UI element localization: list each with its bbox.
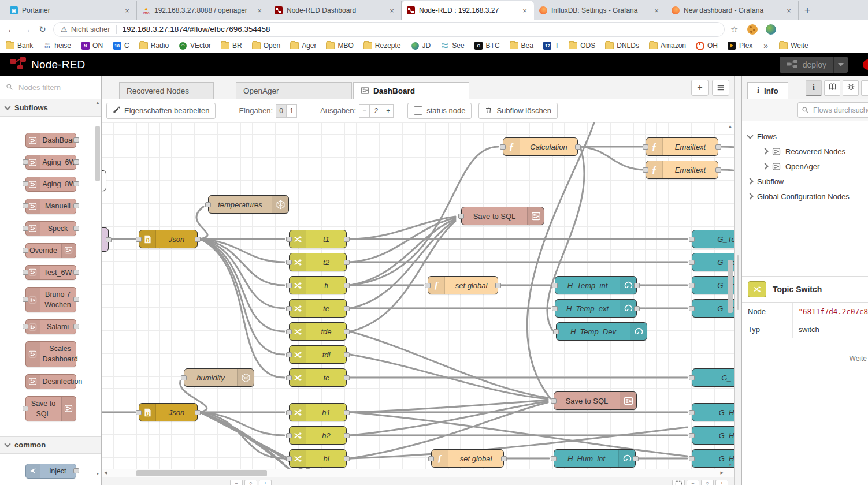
flow-tab-dashboard[interactable]: DashBoard — [353, 82, 469, 99]
output-port[interactable] — [633, 456, 639, 461]
palette-search[interactable] — [0, 76, 101, 99]
chevron-right-icon[interactable] — [747, 193, 753, 199]
palette-node-save-to-sql[interactable]: Save to SQL — [25, 396, 76, 421]
input-port[interactable] — [23, 324, 28, 329]
input-port[interactable] — [286, 260, 292, 265]
close-tab-icon[interactable]: × — [652, 6, 661, 15]
wire[interactable] — [350, 427, 687, 458]
palette-node-salami[interactable]: Salami — [25, 319, 76, 334]
output-port[interactable] — [715, 167, 721, 173]
flow-node-save-to-sql[interactable]: Save to SQL — [554, 391, 637, 410]
tree-item-flows[interactable]: Flows — [742, 129, 868, 144]
palette-node-dashboard[interactable]: DashBoard — [25, 133, 76, 148]
sidebar-resize-handle[interactable] — [734, 76, 742, 485]
flow-node-set-global[interactable]: ƒset global — [428, 276, 498, 294]
footer-zoom-in-button[interactable]: + — [715, 480, 728, 485]
output-port[interactable] — [344, 283, 350, 288]
flow-node-humidity[interactable]: humidity — [184, 368, 254, 387]
flow-node-t1[interactable]: t1 — [289, 230, 347, 248]
tree-item-global-configuration-nodes[interactable]: Global Configuration Nodes — [742, 189, 868, 204]
flow-node-emailtext[interactable]: ƒEmailtext — [646, 137, 718, 156]
output-port[interactable] — [73, 468, 79, 473]
input-port[interactable] — [286, 352, 292, 357]
bookmark-item[interactable]: DNLDs — [605, 42, 639, 50]
bookmark-item-more[interactable]: Weite — [779, 42, 808, 50]
flow-list-button[interactable] — [712, 80, 729, 96]
palette-node-bruno-7-wochen[interactable]: Bruno 7 Wochen — [25, 287, 76, 312]
bookmarks-overflow-button[interactable]: » — [763, 41, 768, 50]
sidebar-info-tab-button[interactable]: i — [806, 80, 822, 96]
selection-more-link[interactable]: Weite — [850, 355, 867, 363]
flow-node-json[interactable]: {}Json — [139, 403, 198, 421]
input-port[interactable] — [689, 375, 695, 380]
input-port[interactable] — [689, 433, 695, 438]
input-port[interactable] — [689, 283, 695, 288]
palette-scrollbar[interactable]: ▲ ▼ — [94, 99, 101, 485]
footer-zoom-out-button[interactable]: − — [687, 480, 699, 485]
close-tab-icon[interactable]: × — [387, 6, 396, 15]
bookmark-item[interactable]: Plex — [728, 42, 752, 50]
flow-node-ti[interactable]: ti — [289, 276, 347, 294]
close-tab-icon[interactable]: × — [123, 6, 132, 15]
edit-properties-button[interactable]: Eigenschaften bearbeiten — [106, 103, 216, 119]
palette-node-test-6w[interactable]: Test_6W — [25, 265, 76, 280]
browser-profile-avatar[interactable] — [766, 24, 776, 35]
reload-icon[interactable]: ↻ — [35, 24, 50, 35]
close-tab-icon[interactable]: × — [255, 6, 264, 15]
input-port[interactable] — [428, 456, 434, 461]
palette-node-speck[interactable]: Speck — [25, 221, 76, 236]
flow-node-tdi[interactable]: tdi — [289, 345, 347, 364]
flow-node-temperatures[interactable]: temperatures — [208, 195, 289, 214]
input-port[interactable] — [458, 214, 464, 219]
zoom-in-button[interactable]: + — [259, 480, 272, 485]
wire[interactable] — [580, 147, 646, 170]
palette-node-desinfection[interactable]: Desinfection — [25, 374, 76, 389]
flow-node-h-temp-dev[interactable]: H_Temp_Dev — [556, 322, 647, 341]
bookmark-item[interactable]: Amazon — [649, 42, 686, 50]
bookmark-item[interactable]: NON — [81, 42, 103, 50]
output-port[interactable] — [73, 203, 79, 208]
output-port[interactable] — [73, 297, 79, 302]
palette-category-common[interactable]: common — [0, 436, 101, 454]
output-port[interactable] — [73, 226, 79, 231]
output-port[interactable] — [344, 375, 350, 380]
canvas-horizontal-scrollbar[interactable]: ◀ ▶ — [102, 469, 734, 477]
browser-tab[interactable]: Node-RED : 192.168.3.27× — [402, 1, 534, 20]
bookmark-item[interactable]: Rezepte — [363, 42, 401, 50]
input-port[interactable] — [553, 329, 559, 334]
outputs-increment-button[interactable]: + — [383, 104, 394, 118]
flow-node-save-to-sql[interactable]: Save to SQL — [461, 207, 544, 225]
palette-node-scales-dashboard[interactable]: Scales Dashboard — [25, 341, 76, 367]
bookmark-item[interactable]: Bank — [6, 42, 33, 50]
bookmark-item[interactable]: Radio — [139, 42, 169, 50]
bookmark-item[interactable]: heisecheise — [43, 42, 71, 50]
flow-node-set-global[interactable]: ƒset global — [431, 449, 504, 468]
output-port[interactable] — [344, 237, 350, 242]
browser-tab[interactable]: New dashboard - Grafana× — [666, 1, 799, 20]
browser-tab[interactable]: InfluxDB: Settings - Grafana× — [534, 1, 666, 20]
input-port[interactable] — [136, 410, 142, 415]
chevron-right-icon[interactable] — [747, 178, 753, 184]
wire[interactable] — [200, 239, 284, 355]
flow-node-stub[interactable] — [102, 170, 106, 191]
tab-info[interactable]: i info — [747, 82, 788, 99]
browser-tab[interactable]: Node-RED Dashboard× — [269, 1, 402, 20]
browser-tab[interactable]: ▲PMA192.168.3.27:8088 / openager_× — [137, 1, 269, 20]
palette-node-override[interactable]: Override — [25, 243, 76, 258]
output-port[interactable] — [73, 137, 79, 143]
bookmark-item[interactable]: CBTC — [474, 42, 500, 50]
input-port[interactable] — [23, 248, 28, 253]
flow-node-calculation[interactable]: ƒCalculation — [503, 137, 578, 156]
bookmark-item[interactable]: OH — [696, 42, 718, 50]
palette-category-subflows[interactable]: Subflows — [0, 99, 101, 117]
bookmark-item[interactable]: Open — [252, 42, 280, 50]
input-port[interactable] — [286, 375, 292, 380]
palette-search-input[interactable] — [17, 83, 89, 92]
navigator-toggle-icon[interactable] — [672, 480, 685, 485]
deploy-options-caret[interactable] — [833, 57, 848, 73]
flow-node-h2[interactable]: h2 — [289, 426, 347, 445]
flow-node-emailtext[interactable]: ƒEmailtext — [646, 161, 718, 179]
tree-item-recovered-nodes[interactable]: Recovered Nodes — [742, 144, 868, 159]
input-port[interactable] — [286, 306, 292, 311]
input-port[interactable] — [552, 283, 558, 288]
